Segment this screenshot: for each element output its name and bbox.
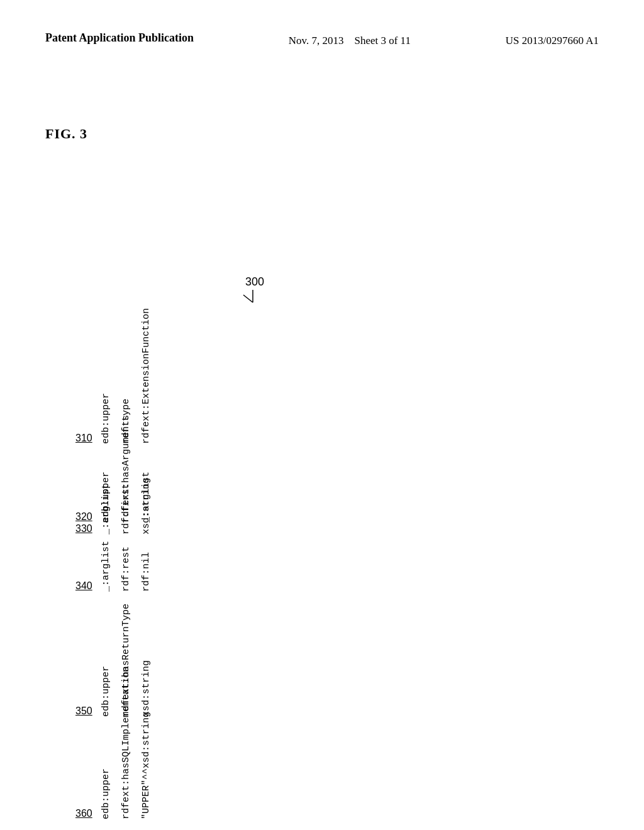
publication-date: Nov. 7, 2013 xyxy=(289,35,344,47)
svg-line-1 xyxy=(243,295,253,302)
publication-number: US 2013/0297660 A1 xyxy=(506,30,599,49)
diagram-area: 300 310 edb:upper rdf:type rdfext:Extens… xyxy=(0,113,644,830)
line-number-360: 360 xyxy=(75,808,101,819)
line-360-subject: edb:upper xyxy=(101,768,112,819)
publication-date-sheet: Nov. 7, 2013 Sheet 3 of 11 xyxy=(289,30,411,49)
label-300-text: 300 xyxy=(245,275,264,289)
line-340: 340 _:arglist rdf:rest rdf:nil xyxy=(75,541,161,592)
line-360: 360 edb:upper rdfext:hasSQLImplementatio… xyxy=(75,667,161,819)
line-360-object: "UPPER"^^xsd:string xyxy=(141,712,152,819)
line-340-predicate: rdf:rest xyxy=(121,546,132,592)
line-330-subject: _:arglist xyxy=(101,484,112,534)
sheet-info: Sheet 3 of 11 xyxy=(354,35,411,47)
line-360-predicate: rdfext:hasSQLImplementation xyxy=(121,667,132,819)
line-330-object: xsd:string xyxy=(141,478,152,534)
page-header: Patent Application Publication Nov. 7, 2… xyxy=(0,0,644,49)
line-340-object: rdf:nil xyxy=(141,552,152,592)
diagram-label-300: 300 xyxy=(240,275,265,309)
line-number-330: 330 xyxy=(75,523,101,534)
line-330-predicate: rdf:first xyxy=(121,484,132,534)
line-330: 330 _:arglist rdf:first xsd:string xyxy=(75,478,161,534)
arrow-300-icon xyxy=(240,290,265,309)
line-340-subject: _:arglist xyxy=(101,541,112,592)
line-number-340: 340 xyxy=(75,580,101,592)
publication-title: Patent Application Publication xyxy=(45,30,194,46)
